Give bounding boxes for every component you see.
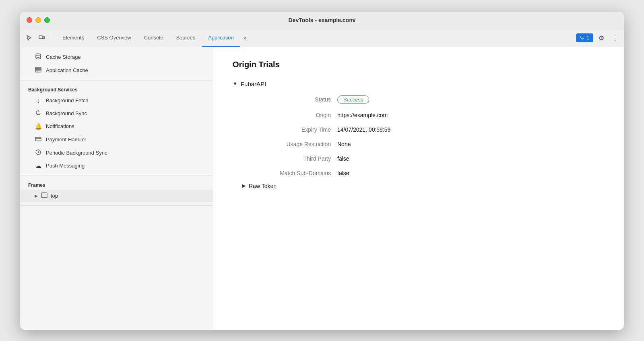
notifications-icon: 🔔	[35, 123, 42, 130]
svg-rect-8	[35, 137, 41, 141]
svg-rect-13	[41, 193, 47, 198]
window-title: DevTools - example.com/	[288, 17, 355, 23]
notification-icon: 🗨	[580, 35, 585, 41]
third-party-value: false	[337, 155, 605, 162]
tab-elements[interactable]: Elements	[56, 29, 91, 47]
api-section: ▼ FubarAPI Status Success Origin https:/…	[233, 81, 605, 189]
background-fetch-label: Background Fetch	[46, 97, 89, 103]
frames-section: Frames ▶ top	[20, 176, 213, 206]
tabs-container: Elements CSS Overview Console Sources Ap…	[56, 29, 250, 47]
main-area: Cache Storage Application Cache	[20, 47, 624, 330]
application-cache-label: Application Cache	[46, 67, 88, 73]
cursor-icon[interactable]	[23, 32, 35, 43]
cache-storage-label: Cache Storage	[46, 54, 81, 60]
periodic-bg-sync-label: Periodic Background Sync	[46, 150, 107, 156]
application-cache-icon	[35, 66, 42, 74]
raw-token-arrow-icon: ▶	[242, 183, 246, 188]
notification-button[interactable]: 🗨 1	[576, 33, 593, 42]
gear-icon: ⚙	[599, 34, 604, 42]
frames-title: Frames	[20, 179, 213, 190]
status-label: Status	[242, 95, 331, 104]
status-value: Success	[337, 95, 605, 104]
expiry-label: Expiry Time	[242, 126, 331, 133]
tab-console[interactable]: Console	[138, 29, 170, 47]
sidebar: Cache Storage Application Cache	[20, 47, 213, 330]
status-badge: Success	[337, 95, 369, 104]
top-frame-label: top	[51, 193, 58, 199]
sidebar-item-cache-storage[interactable]: Cache Storage	[20, 50, 213, 64]
origin-value: https://example.com	[337, 112, 605, 118]
match-sub-domains-label: Match Sub-Domains	[242, 170, 331, 176]
push-messaging-icon: ☁	[35, 162, 42, 169]
minimize-button[interactable]	[35, 17, 41, 23]
payment-handler-label: Payment Handler	[46, 136, 86, 143]
toolbar-left	[23, 29, 53, 47]
device-toggle-icon[interactable]	[36, 32, 47, 43]
sidebar-item-push-messaging[interactable]: ☁ Push Messaging	[20, 159, 213, 172]
sidebar-item-top-frame[interactable]: ▶ top	[20, 190, 213, 202]
frame-arrow-icon: ▶	[35, 194, 38, 198]
storage-section: Cache Storage Application Cache	[20, 47, 213, 81]
svg-rect-1	[43, 37, 45, 39]
background-sync-icon	[35, 110, 42, 117]
sidebar-item-periodic-bg-sync[interactable]: Periodic Background Sync	[20, 146, 213, 159]
devtools-window: DevTools - example.com/ Elements CSS Ove…	[20, 12, 624, 330]
more-tabs-button[interactable]: »	[240, 29, 250, 47]
page-title: Origin Trials	[233, 60, 605, 69]
origin-label: Origin	[242, 112, 331, 118]
sidebar-item-background-fetch[interactable]: ↕ Background Fetch	[20, 94, 213, 107]
payment-handler-icon	[35, 136, 42, 143]
sidebar-item-background-sync[interactable]: Background Sync	[20, 107, 213, 120]
usage-restriction-value: None	[337, 141, 605, 147]
maximize-button[interactable]	[44, 17, 50, 23]
background-services-section: Background Services ↕ Background Fetch B…	[20, 81, 213, 176]
traffic-lights	[27, 17, 50, 23]
tab-bar: Elements CSS Overview Console Sources Ap…	[20, 29, 624, 47]
sidebar-item-payment-handler[interactable]: Payment Handler	[20, 133, 213, 146]
usage-restriction-label: Usage Restriction	[242, 141, 331, 147]
match-sub-domains-value: false	[337, 170, 605, 176]
title-bar: DevTools - example.com/	[20, 12, 624, 29]
api-name: FubarAPI	[241, 81, 266, 87]
svg-line-12	[38, 152, 39, 153]
notifications-label: Notifications	[46, 123, 74, 129]
close-button[interactable]	[27, 17, 32, 23]
settings-button[interactable]: ⚙	[596, 32, 607, 43]
background-sync-label: Background Sync	[46, 110, 87, 116]
push-messaging-label: Push Messaging	[46, 163, 85, 169]
content-area: Origin Trials ▼ FubarAPI Status Success …	[213, 47, 624, 330]
toolbar-divider	[51, 33, 51, 43]
tab-css-overview[interactable]: CSS Overview	[91, 29, 138, 47]
background-services-title: Background Services	[20, 84, 213, 94]
more-icon: ⋮	[612, 34, 618, 42]
api-details: Status Success Origin https://example.co…	[242, 95, 605, 176]
background-fetch-icon: ↕	[35, 97, 42, 104]
cache-storage-icon	[35, 53, 42, 61]
notification-count: 1	[586, 35, 589, 41]
raw-token-label: Raw Token	[249, 183, 277, 189]
svg-rect-0	[39, 36, 43, 39]
api-header[interactable]: ▼ FubarAPI	[233, 81, 605, 87]
api-expand-arrow-icon: ▼	[233, 81, 237, 87]
third-party-label: Third Party	[242, 155, 331, 162]
tab-application[interactable]: Application	[202, 29, 240, 47]
expiry-value: 14/07/2021, 00:59:59	[337, 126, 605, 133]
periodic-bg-sync-icon	[35, 149, 42, 157]
frame-box-icon	[41, 192, 47, 199]
raw-token-header[interactable]: ▶ Raw Token	[242, 183, 605, 189]
sidebar-item-notifications[interactable]: 🔔 Notifications	[20, 120, 213, 133]
sidebar-item-application-cache[interactable]: Application Cache	[20, 64, 213, 77]
toolbar-right: 🗨 1 ⚙ ⋮	[576, 29, 621, 47]
tab-sources[interactable]: Sources	[169, 29, 202, 47]
svg-point-2	[36, 54, 41, 56]
more-options-button[interactable]: ⋮	[609, 32, 621, 43]
